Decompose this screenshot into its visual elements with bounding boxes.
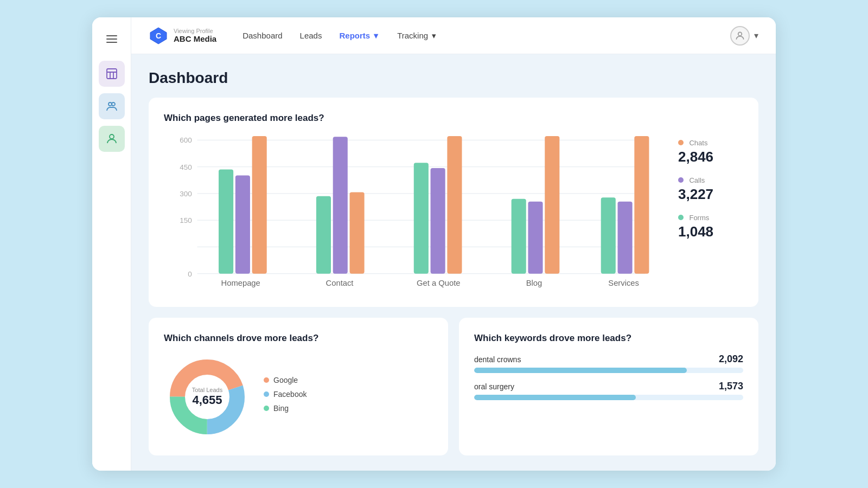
nav-leads[interactable]: Leads bbox=[300, 31, 322, 40]
legend-chats: Chats 2,846 bbox=[678, 138, 743, 165]
svg-rect-32 bbox=[545, 136, 559, 274]
keyword-row-1: oral surgery 1,573 bbox=[474, 381, 743, 392]
keyword-row-0: dental crowns 2,092 bbox=[474, 354, 743, 365]
legend-bing: Bing bbox=[264, 404, 307, 413]
chart-legend: Chats 2,846 Calls 3,227 Forms 1,048 bbox=[678, 133, 743, 250]
svg-rect-23 bbox=[333, 137, 348, 274]
google-dot bbox=[264, 377, 269, 383]
calls-value: 3,227 bbox=[678, 186, 743, 203]
keyword-bar-bg-1 bbox=[474, 395, 743, 400]
facebook-dot bbox=[264, 391, 269, 397]
svg-rect-36 bbox=[634, 136, 649, 274]
svg-rect-26 bbox=[414, 163, 429, 274]
svg-text:Homepage: Homepage bbox=[221, 279, 260, 287]
user-dropdown-chevron-icon[interactable]: ▾ bbox=[754, 30, 758, 41]
svg-rect-27 bbox=[431, 168, 445, 274]
calls-label: Calls bbox=[689, 176, 705, 184]
total-leads-value: 4,655 bbox=[192, 393, 222, 407]
top-nav: C Viewing Profile ABC Media Dashboard Le… bbox=[131, 17, 776, 54]
nav-tracking[interactable]: Tracking ▾ bbox=[397, 31, 438, 40]
svg-point-2 bbox=[112, 102, 115, 106]
svg-rect-35 bbox=[618, 202, 633, 274]
bing-dot bbox=[264, 406, 269, 411]
svg-rect-18 bbox=[219, 170, 233, 274]
svg-text:Services: Services bbox=[608, 279, 639, 287]
svg-text:C: C bbox=[156, 31, 161, 40]
leads-by-page-title: Which pages generated more leads? bbox=[164, 113, 743, 124]
main-area: C Viewing Profile ABC Media Dashboard Le… bbox=[131, 17, 776, 471]
brand: C Viewing Profile ABC Media bbox=[149, 26, 216, 46]
google-label: Google bbox=[273, 376, 298, 384]
reports-chevron-icon: ▾ bbox=[372, 32, 380, 40]
keyword-bar-fill-0 bbox=[474, 368, 687, 373]
chats-dot bbox=[678, 140, 684, 145]
chats-value: 2,846 bbox=[678, 149, 743, 165]
donut-label: Total Leads 4,655 bbox=[192, 387, 222, 407]
nav-links: Dashboard Leads Reports ▾ Tracking ▾ bbox=[242, 31, 730, 40]
svg-rect-24 bbox=[349, 192, 364, 274]
svg-point-6 bbox=[738, 32, 742, 36]
keyword-bar-bg-0 bbox=[474, 368, 743, 373]
tracking-chevron-icon: ▾ bbox=[430, 32, 438, 40]
bar-chart-wrap: 600 450 300 150 0 Homepage bbox=[164, 133, 665, 296]
svg-rect-0 bbox=[107, 69, 117, 79]
keyword-bar-fill-1 bbox=[474, 395, 636, 400]
keyword-item-1: oral surgery 1,573 bbox=[474, 381, 743, 400]
svg-text:450: 450 bbox=[180, 163, 192, 171]
viewing-profile-label: Viewing Profile bbox=[174, 28, 216, 34]
keyword-name-1: oral surgery bbox=[474, 382, 514, 391]
svg-text:Get a Quote: Get a Quote bbox=[417, 279, 460, 287]
svg-text:150: 150 bbox=[180, 216, 192, 224]
donut-legend: Google Facebook Bing bbox=[264, 376, 307, 418]
svg-rect-34 bbox=[601, 197, 616, 273]
donut-area: Total Leads 4,655 Google Faceboo bbox=[164, 354, 433, 440]
chats-label: Chats bbox=[689, 139, 707, 147]
nav-dashboard[interactable]: Dashboard bbox=[242, 31, 282, 40]
hamburger-menu[interactable] bbox=[101, 28, 123, 50]
sidebar-item-building[interactable] bbox=[99, 61, 125, 87]
donut-chart-wrap: Total Leads 4,655 bbox=[164, 354, 251, 440]
main-content: Dashboard Which pages generated more lea… bbox=[131, 54, 776, 471]
keyword-value-0: 2,092 bbox=[719, 354, 743, 365]
nav-right: ▾ bbox=[730, 26, 758, 46]
brand-logo-icon: C bbox=[149, 26, 168, 46]
keywords-title: Which keywords drove more leads? bbox=[474, 333, 743, 344]
calls-dot bbox=[678, 177, 684, 183]
legend-calls: Calls 3,227 bbox=[678, 175, 743, 203]
svg-text:0: 0 bbox=[188, 270, 192, 278]
svg-text:300: 300 bbox=[180, 190, 192, 198]
svg-rect-20 bbox=[252, 136, 267, 274]
facebook-label: Facebook bbox=[273, 390, 307, 399]
sidebar bbox=[92, 17, 131, 471]
leads-by-page-card: Which pages generated more leads? bbox=[149, 98, 758, 307]
legend-facebook: Facebook bbox=[264, 390, 307, 399]
svg-point-3 bbox=[110, 134, 114, 139]
channels-title: Which channels drove more leads? bbox=[164, 333, 433, 344]
svg-rect-31 bbox=[528, 202, 542, 274]
svg-rect-30 bbox=[512, 199, 526, 274]
bing-label: Bing bbox=[273, 404, 289, 413]
svg-text:600: 600 bbox=[180, 136, 192, 144]
sidebar-item-person[interactable] bbox=[99, 126, 125, 152]
keyword-item-0: dental crowns 2,092 bbox=[474, 354, 743, 373]
channels-card: Which channels drove more leads? bbox=[149, 318, 448, 455]
keywords-card: Which keywords drove more leads? dental … bbox=[459, 318, 758, 455]
user-avatar-button[interactable] bbox=[730, 26, 750, 46]
svg-rect-19 bbox=[235, 176, 250, 274]
svg-rect-22 bbox=[316, 196, 331, 274]
legend-google: Google bbox=[264, 376, 307, 384]
svg-text:Contact: Contact bbox=[326, 279, 354, 287]
bar-chart-svg: 600 450 300 150 0 Homepage bbox=[164, 133, 665, 294]
chart-area: 600 450 300 150 0 Homepage bbox=[164, 133, 743, 296]
bottom-row: Which channels drove more leads? bbox=[149, 318, 758, 455]
nav-reports[interactable]: Reports ▾ bbox=[339, 31, 380, 40]
svg-rect-28 bbox=[447, 136, 462, 274]
total-leads-label: Total Leads bbox=[192, 387, 222, 393]
sidebar-item-group[interactable] bbox=[99, 93, 125, 119]
legend-forms: Forms 1,048 bbox=[678, 213, 743, 240]
company-name: ABC Media bbox=[174, 34, 216, 43]
keyword-name-0: dental crowns bbox=[474, 355, 521, 364]
keyword-value-1: 1,573 bbox=[719, 381, 743, 392]
forms-dot bbox=[678, 215, 684, 220]
forms-label: Forms bbox=[689, 214, 709, 222]
